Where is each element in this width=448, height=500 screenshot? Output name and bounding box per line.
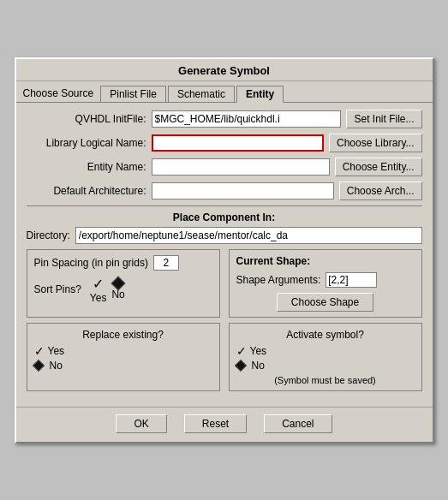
dialog-content: QVHDL InitFile: Set Init File... Library…: [16, 103, 433, 398]
must-save-note: (Symbol must be saved): [236, 375, 415, 385]
reset-button[interactable]: Reset: [184, 414, 247, 433]
two-col-section: Pin Spacing (in pin grids) Sort Pins? ✓ …: [27, 249, 422, 318]
tabs-row: Choose Source Pinlist File Schematic Ent…: [16, 81, 433, 103]
library-row: Library Logical Name: Choose Library...: [27, 134, 422, 152]
activate-no-label: No: [252, 360, 265, 372]
place-component-title: Place Component In:: [27, 211, 422, 223]
cancel-button[interactable]: Cancel: [264, 414, 332, 433]
choose-source-label: Choose Source: [23, 87, 94, 99]
shape-args-row: Shape Arguments:: [236, 272, 415, 288]
replace-existing-panel: Replace existing? ✓ Yes No: [27, 323, 220, 391]
activate-no-diamond-icon[interactable]: [234, 359, 246, 371]
sort-yes-option[interactable]: ✓ Yes: [90, 276, 107, 304]
entity-row: Entity Name: Choose Entity...: [27, 158, 422, 176]
sort-pins-options: ✓ Yes No: [90, 276, 125, 304]
current-shape-panel: Current Shape: Shape Arguments: Choose S…: [229, 249, 422, 318]
dialog-title: Generate Symbol: [16, 59, 433, 81]
arch-input[interactable]: [152, 182, 334, 199]
left-options-panel: Pin Spacing (in pin grids) Sort Pins? ✓ …: [27, 249, 220, 318]
pin-spacing-row: Pin Spacing (in pin grids): [34, 255, 212, 271]
directory-row: Directory:: [27, 227, 422, 244]
sort-yes-check-icon[interactable]: ✓: [93, 276, 104, 292]
pin-spacing-label: Pin Spacing (in pin grids): [34, 257, 148, 269]
pin-spacing-input[interactable]: [153, 255, 179, 271]
qvhdl-label: QVHDL InitFile:: [27, 113, 146, 125]
choose-entity-button[interactable]: Choose Entity...: [335, 158, 422, 176]
activate-symbol-title: Activate symbol?: [236, 329, 415, 341]
choose-arch-button[interactable]: Choose Arch...: [339, 182, 422, 200]
sort-no-option[interactable]: No: [111, 278, 124, 301]
activate-yes-label: Yes: [250, 345, 267, 357]
activate-yes-row[interactable]: ✓ Yes: [236, 344, 415, 358]
current-shape-title: Current Shape:: [236, 255, 415, 267]
directory-input[interactable]: [75, 227, 422, 244]
library-input[interactable]: [152, 134, 325, 152]
replace-no-row[interactable]: No: [34, 360, 212, 372]
separator-1: [27, 205, 422, 206]
choose-shape-button[interactable]: Choose Shape: [277, 293, 373, 312]
set-init-file-button[interactable]: Set Init File...: [346, 110, 421, 128]
sort-yes-label: Yes: [90, 292, 107, 304]
sort-pins-label: Sort Pins?: [34, 283, 81, 295]
replace-no-label: No: [50, 360, 63, 372]
replace-existing-title: Replace existing?: [34, 329, 212, 341]
qvhdl-row: QVHDL InitFile: Set Init File...: [27, 110, 422, 128]
replace-yes-row[interactable]: ✓ Yes: [34, 344, 212, 358]
activate-yes-check-icon[interactable]: ✓: [236, 344, 247, 358]
tab-pinlist-file[interactable]: Pinlist File: [100, 86, 166, 102]
replace-yes-check-icon[interactable]: ✓: [34, 344, 45, 358]
qvhdl-input[interactable]: [152, 110, 342, 128]
directory-label: Directory:: [27, 229, 70, 241]
generate-symbol-dialog: Generate Symbol Choose Source Pinlist Fi…: [15, 57, 434, 443]
shape-args-input[interactable]: [326, 272, 377, 288]
shape-args-label: Shape Arguments:: [236, 274, 321, 286]
replace-yes-label: Yes: [48, 345, 65, 357]
entity-input[interactable]: [152, 158, 330, 176]
activate-symbol-panel: Activate symbol? ✓ Yes No (Symbol must b…: [229, 323, 422, 391]
activate-no-row[interactable]: No: [236, 360, 415, 372]
library-label: Library Logical Name:: [27, 137, 146, 149]
tab-entity[interactable]: Entity: [236, 86, 284, 103]
arch-label: Default Architecture:: [27, 185, 146, 197]
footer-row: OK Reset Cancel: [16, 407, 433, 442]
entity-label: Entity Name:: [27, 161, 146, 173]
sort-pins-row: Sort Pins? ✓ Yes No: [34, 276, 212, 304]
tab-schematic[interactable]: Schematic: [168, 86, 235, 102]
bottom-two-col: Replace existing? ✓ Yes No Activate symb…: [27, 323, 422, 391]
choose-library-button[interactable]: Choose Library...: [329, 134, 422, 152]
arch-row: Default Architecture: Choose Arch...: [27, 182, 422, 200]
replace-no-diamond-icon[interactable]: [32, 359, 44, 371]
ok-button[interactable]: OK: [116, 414, 166, 433]
